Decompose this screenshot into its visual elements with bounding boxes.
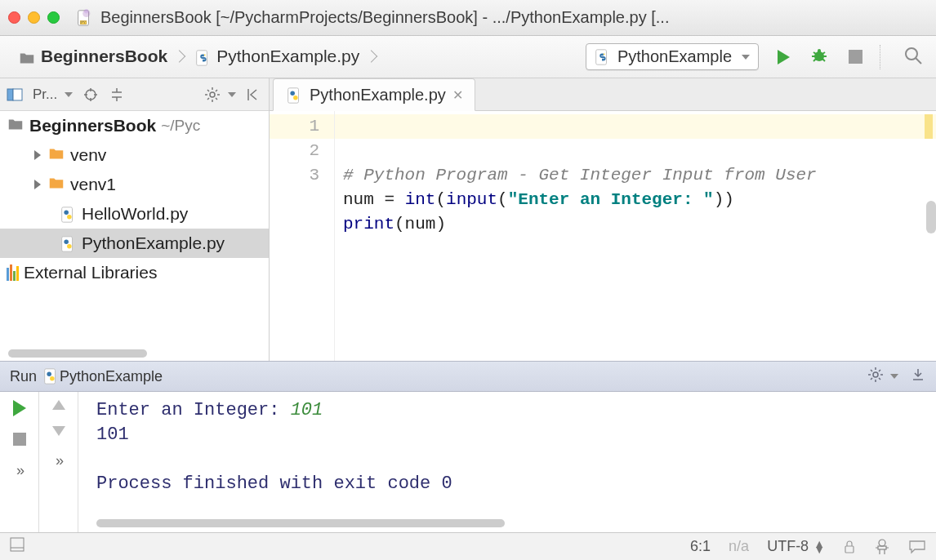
svg-line-14: [813, 59, 816, 61]
svg-point-5: [204, 54, 206, 56]
stop-button-disabled: [844, 46, 867, 69]
line-number: 3: [270, 163, 319, 188]
svg-point-33: [67, 215, 72, 220]
svg-rect-40: [45, 369, 56, 384]
editor-tab-label: PythonExample.py: [310, 86, 446, 104]
folder-icon: [18, 47, 36, 66]
run-tool-settings-button[interactable]: [867, 367, 884, 387]
editor-pane: PythonExample.py ✕ 1 2 3 # Python Progra…: [270, 78, 936, 361]
svg-line-13: [822, 52, 825, 54]
tree-file-helloworld[interactable]: HelloWorld.py: [0, 199, 269, 229]
line-number: 2: [270, 139, 319, 163]
run-configuration-selector[interactable]: PythonExample: [586, 43, 759, 71]
line-separator[interactable]: n/a: [729, 538, 749, 555]
current-line-highlight: [335, 114, 936, 139]
close-tab-button[interactable]: ✕: [452, 87, 463, 103]
more-actions-button[interactable]: »: [16, 462, 22, 479]
project-view-label[interactable]: Pr...: [33, 87, 57, 103]
inspection-marker[interactable]: [925, 114, 933, 139]
console-exit-line: Process finished with exit code 0: [96, 472, 928, 496]
chevron-down-icon[interactable]: [890, 374, 898, 379]
console-prompt: Enter an Integer:: [96, 400, 291, 420]
svg-rect-19: [13, 89, 22, 100]
updown-icon: ▲▼: [813, 541, 825, 553]
tree-item-label: venv: [70, 145, 106, 165]
chevron-down-icon: [742, 55, 750, 60]
code-editor[interactable]: 1 2 3 # Python Program - Get Integer Inp…: [270, 111, 936, 361]
python-file-icon: [194, 47, 212, 66]
project-tree[interactable]: BeginnersBook ~/Pyc venv venv1 HelloWorl…: [0, 111, 269, 361]
console-output[interactable]: Enter an Integer: 101 101 Process finish…: [78, 392, 936, 532]
project-view-icon[interactable]: [7, 87, 23, 103]
horizontal-scrollbar[interactable]: [8, 349, 147, 358]
svg-point-35: [64, 240, 69, 245]
console-user-input: 101: [291, 400, 323, 420]
search-icon: [903, 46, 923, 68]
play-icon: [778, 50, 790, 64]
debug-button[interactable]: [808, 46, 831, 69]
inspections-indicator[interactable]: [874, 538, 890, 556]
editor-tabbar: PythonExample.py ✕: [270, 78, 936, 111]
read-only-toggle[interactable]: [843, 540, 856, 554]
run-button[interactable]: [772, 46, 795, 69]
breadcrumb-file[interactable]: PythonExample.py: [187, 45, 374, 68]
hide-button[interactable]: [246, 87, 262, 103]
tree-item-label: PythonExample.py: [82, 233, 225, 253]
project-tool-header: Pr...: [0, 78, 269, 111]
tree-item-label: venv1: [70, 175, 116, 194]
svg-rect-49: [878, 546, 886, 549]
rerun-button[interactable]: [13, 400, 26, 416]
caret-position[interactable]: 6:1: [690, 538, 711, 555]
window-close-button[interactable]: [8, 11, 20, 24]
tree-project-root[interactable]: BeginnersBook ~/Pyc: [0, 111, 269, 140]
search-everywhere-button[interactable]: [902, 46, 925, 69]
window-zoom-button[interactable]: [47, 11, 60, 24]
expand-arrow-icon[interactable]: [34, 180, 41, 189]
line-number: 1: [270, 114, 334, 139]
tree-root-path: ~/Pyc: [161, 117, 200, 135]
svg-rect-37: [288, 88, 299, 103]
tree-root-label: BeginnersBook: [29, 116, 156, 136]
svg-text:PY: PY: [81, 20, 86, 24]
run-tool-hide-button[interactable]: [910, 367, 926, 387]
line-number-gutter[interactable]: 1 2 3: [270, 111, 335, 361]
editor-tab-pythonexample[interactable]: PythonExample.py ✕: [273, 78, 475, 111]
svg-rect-34: [62, 237, 73, 251]
event-log-button[interactable]: [908, 540, 926, 554]
window-minimize-button[interactable]: [28, 11, 40, 24]
collapse-all-button[interactable]: [109, 87, 125, 103]
settings-button[interactable]: [204, 87, 221, 103]
scroll-to-source-button[interactable]: [82, 87, 99, 103]
svg-point-39: [293, 96, 298, 100]
next-frame-button[interactable]: [52, 426, 65, 436]
tree-file-pythonexample[interactable]: PythonExample.py: [0, 229, 269, 258]
file-type-icon: PY: [75, 9, 93, 27]
breadcrumb-project[interactable]: BeginnersBook: [11, 45, 182, 68]
svg-line-15: [822, 59, 825, 61]
run-tool-body: » » Enter an Integer: 101 101 Process fi…: [0, 392, 936, 532]
previous-frame-button[interactable]: [52, 400, 65, 410]
tree-folder-venv[interactable]: venv: [0, 140, 269, 170]
python-file-icon: [42, 367, 60, 385]
window-title: BeginnersBook [~/PycharmProjects/Beginne…: [100, 8, 669, 27]
chevron-down-icon[interactable]: [65, 92, 73, 97]
svg-line-12: [813, 52, 816, 54]
run-tool-titlebar[interactable]: Run PythonExample: [0, 361, 936, 392]
python-file-icon: [59, 233, 77, 253]
console-line: 101: [96, 423, 928, 447]
tool-windows-quick-access[interactable]: [10, 537, 25, 556]
python-file-icon: [285, 85, 303, 104]
horizontal-scrollbar[interactable]: [96, 519, 505, 527]
window-titlebar: PY BeginnersBook [~/PycharmProjects/Begi…: [0, 0, 936, 36]
expand-arrow-icon[interactable]: [34, 150, 41, 160]
tree-folder-venv1[interactable]: venv1: [0, 170, 269, 199]
tree-external-libraries[interactable]: External Libraries: [0, 258, 269, 287]
code-comment: # Python Program - Get Integer Input fro…: [343, 166, 817, 184]
tree-item-label: HelloWorld.py: [82, 204, 188, 224]
svg-line-17: [916, 58, 921, 64]
code-text-area[interactable]: # Python Program - Get Integer Input fro…: [335, 111, 936, 361]
svg-point-32: [64, 211, 69, 216]
more-actions-button[interactable]: »: [56, 452, 61, 469]
svg-point-48: [879, 540, 885, 546]
file-encoding[interactable]: UTF-8 ▲▼: [767, 538, 825, 555]
